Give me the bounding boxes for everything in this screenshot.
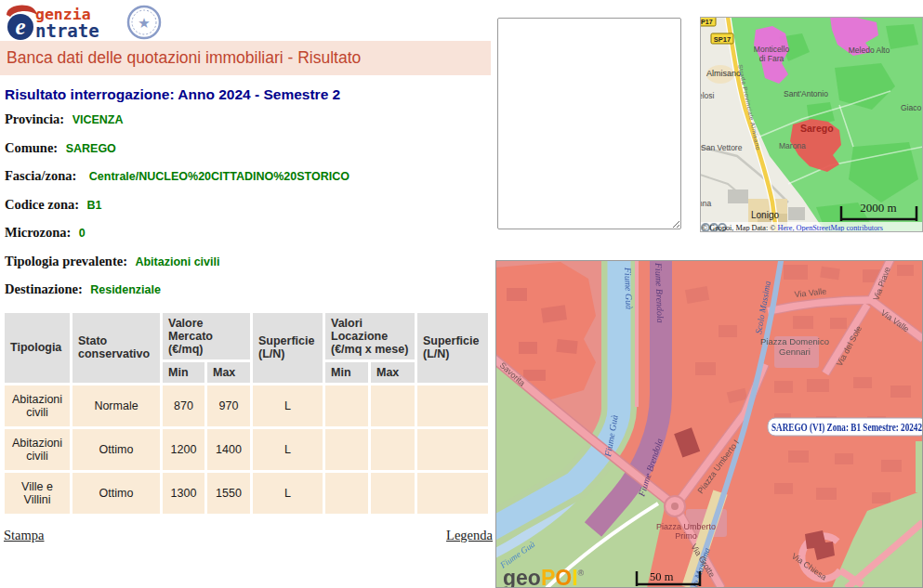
attribution-text: © Geopoi, Map Data: ©: [702, 224, 778, 232]
col-valore-mercato: Valore Mercato (€/mq): [163, 313, 250, 359]
map-attribution: © Geopoi, Map Data: © Here, OpenStreetMa…: [702, 224, 883, 232]
table-row: Ville e VilliniOttimo 13001550 L: [5, 473, 488, 514]
col-tipologia: Tipologia: [5, 313, 70, 383]
notes-textarea[interactable]: [497, 18, 681, 229]
geopoi-logo: geoPOI®: [503, 566, 585, 588]
svg-text:Sant'Antonio: Sant'Antonio: [784, 89, 828, 98]
geopoi-logo-p: P: [541, 566, 555, 588]
svg-text:ntrate: ntrate: [35, 20, 99, 41]
roundabout-center: [671, 503, 679, 510]
svg-text:Meledo Alto: Meledo Alto: [849, 46, 890, 55]
geopoi-logo-o: O: [555, 566, 572, 588]
svg-text:Piazza Umberto: Piazza Umberto: [656, 522, 716, 531]
svg-text:Primo: Primo: [675, 531, 697, 541]
page: e genzia ntrate ★ Banca dati delle quota…: [0, 0, 923, 588]
col-min-mercato: Min: [163, 362, 204, 383]
field-comune: Comune: SAREGO: [5, 140, 491, 157]
field-fascia-zona: Fascia/zona: Centrale/NUCLEO%20CITTADINO…: [5, 168, 491, 185]
col-min-locazione: Min: [325, 362, 368, 383]
svg-text:Almisano: Almisano: [706, 69, 741, 78]
svg-text:2000 m: 2000 m: [860, 201, 896, 215]
col-superficie-2: Superficie (L/N): [417, 313, 488, 383]
svg-text:e: e: [15, 14, 25, 39]
legenda-link[interactable]: Legenda: [446, 528, 493, 543]
field-provincia: Provincia: VICENZA: [5, 111, 491, 128]
attribution-links[interactable]: Here, OpenStreetMap contributors: [778, 224, 883, 232]
field-codice-zona: Codice zona: B1: [5, 197, 491, 214]
svg-text:SAREGO (VI) Zona: B1 Semestre:: SAREGO (VI) Zona: B1 Semestre: 20242: [771, 422, 922, 434]
col-max-mercato: Max: [207, 362, 250, 383]
page-title: Banca dati delle quotazioni immobiliari …: [0, 41, 491, 75]
svg-text:Fiume Brendola: Fiume Brendola: [653, 262, 666, 323]
svg-text:elosi: elosi: [700, 91, 715, 100]
table-row: Abitazioni civiliNormale 870970 L: [5, 385, 488, 426]
svg-text:Sarego: Sarego: [800, 123, 834, 134]
svg-text:SP17: SP17: [700, 19, 713, 25]
svg-text:SP17: SP17: [714, 35, 731, 44]
result-heading-value: Anno 2024 - Semestre 2: [178, 86, 340, 102]
svg-text:Gennari: Gennari: [779, 346, 811, 357]
field-destinazione: Destinazione: Residenziale: [5, 281, 491, 298]
geopoi-logo-geo: geo: [503, 566, 541, 588]
svg-text:50 m: 50 m: [650, 570, 674, 583]
table-row: Abitazioni civiliOttimo 12001400 L: [5, 429, 488, 470]
republic-emblem-icon: ★: [128, 7, 160, 38]
field-tipologia-prevalente: Tipologia prevalente: Abitazioni civili: [5, 254, 491, 270]
svg-text:Piazza Domenico: Piazza Domenico: [760, 336, 829, 346]
svg-text:Giaco: Giaco: [901, 103, 921, 112]
svg-text:Monticello: Monticello: [754, 45, 790, 54]
svg-text:di Fara: di Fara: [759, 54, 785, 63]
field-microzona: Microzona: 0: [5, 225, 491, 242]
green-east-strip: [916, 441, 923, 492]
col-valori-locazione: Valori Locazione (€/mq x mese): [325, 313, 415, 359]
stampa-link[interactable]: Stampa: [4, 528, 45, 543]
col-max-locazione: Max: [371, 362, 415, 383]
svg-text:★: ★: [138, 15, 150, 31]
geopoi-logo-r: ®: [578, 568, 585, 578]
result-heading: Risultato interrogazione: Anno 2024 - Se…: [5, 86, 491, 103]
col-superficie-1: Superficie (L/N): [253, 313, 323, 383]
footer-links: Stampa Legenda: [4, 528, 493, 543]
result-block: Risultato interrogazione: Anno 2024 - Se…: [5, 86, 491, 298]
agenzia-entrate-logo-icon: e genzia ntrate ★: [5, 4, 163, 41]
svg-text:nna: nna: [700, 199, 711, 208]
result-heading-label: Risultato interrogazione:: [5, 86, 175, 102]
detail-map[interactable]: Fiume Guà Fiume Guà Fiume Guà Fiume Bren…: [495, 260, 923, 588]
svg-text:Marona: Marona: [779, 141, 806, 150]
quotations-table: Tipologia Stato conservativo Valore Merc…: [2, 310, 491, 516]
svg-text:San Vettore: San Vettore: [701, 143, 743, 152]
col-stato-conservativo: Stato conservativo: [73, 313, 160, 383]
svg-text:Lonigo: Lonigo: [751, 210, 779, 220]
zone-badge: SAREGO (VI) Zona: B1 Semestre: 20242: [768, 418, 923, 436]
svg-text:Fiume Guà: Fiume Guà: [623, 267, 635, 310]
overview-map[interactable]: SP17 SP17 Strada Provinciale Almisano Mo…: [700, 17, 923, 232]
